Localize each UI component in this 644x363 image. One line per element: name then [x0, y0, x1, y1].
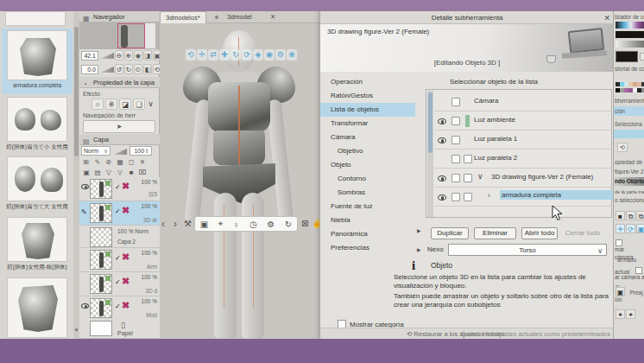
- light-source-1-icon[interactable]: ✶: [616, 309, 625, 319]
- layer-row[interactable]: 100 % NormCapa 2: [79, 226, 160, 248]
- zoom-in-icon[interactable]: ⊕: [124, 50, 133, 60]
- scale-object-icon[interactable]: ◈: [253, 49, 263, 60]
- visibility-checkbox[interactable]: [451, 136, 460, 144]
- opacity-slider[interactable]: [113, 149, 127, 155]
- eye-icon[interactable]: [438, 137, 446, 143]
- lock-checkbox[interactable]: [464, 155, 472, 163]
- current-color-swatch[interactable]: [616, 51, 638, 62]
- tab-close-icon[interactable]: ✕: [265, 11, 281, 23]
- rotate-slider[interactable]: [100, 67, 114, 73]
- material-thumbnail[interactable]: [7, 277, 67, 338]
- ruler-icon[interactable]: ✕: [137, 157, 148, 167]
- object-name[interactable]: Luz paralela 2: [474, 154, 517, 162]
- layer-thumbnail[interactable]: [90, 203, 112, 223]
- border-effect-icon[interactable]: ○: [92, 99, 104, 110]
- zoom-reset-icon[interactable]: ◉: [134, 50, 142, 60]
- nexo-select[interactable]: Torso ∨: [448, 244, 607, 256]
- object-list-scrollbar[interactable]: [427, 91, 433, 217]
- layer-row[interactable]: ✓✖100 %Arm: [79, 248, 160, 272]
- category-item-sombras[interactable]: Sombras: [320, 186, 415, 200]
- dialog-title-bar[interactable]: Detalle subherramienta ✕: [320, 11, 614, 24]
- eye-icon[interactable]: [81, 303, 89, 309]
- category-item-panor-mica[interactable]: Panorámica: [320, 227, 415, 241]
- lock-checkbox[interactable]: [464, 193, 472, 201]
- mask-enable-icon[interactable]: ◻: [126, 157, 136, 167]
- chevron-down-icon[interactable]: ∨: [147, 99, 155, 110]
- material-item[interactable]: armadura completa: [2, 29, 73, 94]
- object-row[interactable]: Cámara: [434, 92, 612, 111]
- new-folder-icon[interactable]: ▤: [92, 168, 103, 177]
- clip-to-layer-icon[interactable]: ⊞: [81, 157, 92, 167]
- object-row[interactable]: ∨3D drawing figure-Ver 2 (Female): [434, 169, 612, 188]
- subtool-highlight-row[interactable]: [614, 130, 644, 138]
- object-name[interactable]: Luz paralela 1: [474, 135, 517, 143]
- tab-3dmodelos[interactable]: 3dmodelos*: [160, 11, 206, 23]
- rotate-cw-icon[interactable]: ↻: [124, 64, 133, 74]
- tool-navigation-button[interactable]: ➤: [83, 120, 155, 133]
- material-thumbnail[interactable]: [7, 217, 67, 262]
- layer-property-panel-tab[interactable]: ◔ Propiedad de la capa: [79, 77, 160, 88]
- eye-icon[interactable]: [81, 184, 89, 189]
- duplicar-button[interactable]: Duplicar: [431, 227, 469, 239]
- rotate-value[interactable]: 0.0: [81, 65, 98, 74]
- move-tool-icon[interactable]: ✛: [616, 224, 625, 233]
- subtool-selected-row[interactable]: ción: [614, 106, 644, 116]
- category-item-niebla[interactable]: Niebla: [320, 213, 415, 227]
- next-pose-arrow[interactable]: ›: [174, 218, 177, 230]
- armadura-checkbox[interactable]: [616, 239, 622, 246]
- object-row[interactable]: ›armadura completa: [434, 188, 612, 207]
- visibility-checkbox[interactable]: [451, 117, 460, 125]
- category-item-operaci-n[interactable]: Operación: [320, 75, 415, 89]
- materials-scrollbar-thumb[interactable]: [74, 27, 79, 156]
- eliminar-button[interactable]: Eliminar: [474, 227, 516, 239]
- object-name[interactable]: Cámara: [474, 97, 498, 105]
- canvas-viewport[interactable]: 3dmodelos* 3dmodel ✕ ⟲✛⇄✚↻⟳◈◉⚙❀ ‹ › ⚒ ▣⌖…: [160, 11, 319, 339]
- opacity-value[interactable]: 100⇕: [129, 146, 152, 156]
- rotate-object-x-icon[interactable]: ⟳: [242, 49, 252, 60]
- paper-layer-row[interactable]: ▯ Papel: [79, 319, 160, 339]
- object-name[interactable]: 3D drawing figure-Ver 2 (Female): [491, 173, 593, 181]
- object-list-scrollbar-thumb[interactable]: [428, 92, 432, 153]
- visibility-checkbox[interactable]: [451, 174, 460, 182]
- lock-transparent-icon[interactable]: ▦: [115, 157, 125, 167]
- object-row[interactable]: Luz ambiente: [434, 111, 612, 131]
- rotate-object-y-icon[interactable]: ↻: [230, 49, 241, 60]
- category-item-transformar[interactable]: Transformar: [320, 117, 415, 131]
- lock-layer-icon[interactable]: ⊘: [104, 157, 114, 167]
- layer-thumbnail[interactable]: [90, 227, 112, 247]
- layer-row[interactable]: ✓✖100 %Mod: [79, 296, 160, 321]
- category-item-lista-de-objetos[interactable]: Lista de objetos: [320, 103, 415, 117]
- camera-orbit-icon[interactable]: ⟲: [186, 49, 196, 60]
- rotate-tool-icon[interactable]: ⟳: [626, 224, 635, 233]
- color-spectrum-bar[interactable]: [616, 22, 644, 29]
- material-thumbnail[interactable]: [7, 97, 67, 142]
- chevron-right-icon[interactable]: ›: [488, 191, 490, 200]
- camera-zoom-icon[interactable]: ⇄: [208, 49, 218, 60]
- rotate-ccw-icon[interactable]: ↺: [115, 64, 123, 74]
- pose-hand-icon[interactable]: ✌: [312, 219, 319, 228]
- texture-effect-icon[interactable]: ◪: [119, 99, 131, 110]
- wrench-icon[interactable]: ⚒: [184, 219, 192, 228]
- frame-tool-icon[interactable]: ▣: [636, 224, 644, 233]
- blend-mode-select[interactable]: Norm ∨: [81, 146, 110, 156]
- tone-effect-icon[interactable]: ※: [105, 99, 117, 110]
- material-thumbnail[interactable]: [7, 30, 67, 80]
- object-settings-icon[interactable]: ⚙: [275, 49, 286, 60]
- move-object-icon[interactable]: ✚: [219, 49, 230, 60]
- layer-row[interactable]: ✓✖100 %3D d: [79, 272, 160, 296]
- material-item[interactable]: 鎧(胴体)女性用-銀(胴体): [2, 215, 73, 274]
- save-defaults-button[interactable]: Guardar los ajustes actuales como predet…: [460, 330, 610, 338]
- layer-thumbnail[interactable]: [90, 179, 112, 199]
- layer-thumbnail[interactable]: [90, 274, 112, 294]
- restore-icon[interactable]: ⟲: [617, 143, 628, 152]
- material-item[interactable]: 鎧(胴体)肩当て小 女性用: [2, 95, 73, 152]
- material-thumbnail-partial[interactable]: [5, 11, 66, 26]
- camera-pan-icon[interactable]: ✛: [197, 49, 207, 60]
- layer-thumbnail[interactable]: [90, 298, 112, 318]
- object-name[interactable]: Luz ambiente: [474, 116, 515, 124]
- category-item-fuente-de-luz[interactable]: Fuente de luz: [320, 200, 415, 213]
- layer-color-icon[interactable]: ❏: [133, 99, 145, 110]
- eye-icon[interactable]: [438, 175, 446, 182]
- camera-angle-icon[interactable]: ▣: [200, 220, 208, 229]
- object-extra-icon[interactable]: ❀: [287, 49, 297, 60]
